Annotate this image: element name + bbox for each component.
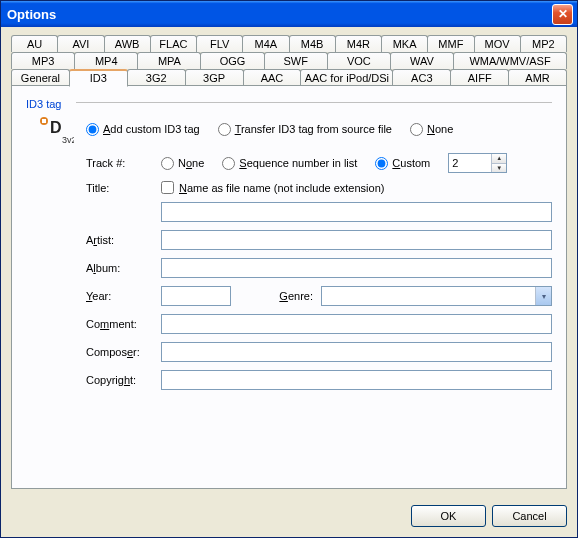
- composer-label: Composer:: [86, 346, 161, 358]
- radio-transfer-input[interactable]: [218, 123, 231, 136]
- svg-text:3v2: 3v2: [62, 135, 74, 145]
- radio-track-seq[interactable]: Sequence number in list: [222, 157, 357, 170]
- tab-ac3[interactable]: AC3: [392, 69, 451, 86]
- genre-select[interactable]: ▾: [321, 286, 552, 306]
- composer-input[interactable]: [161, 342, 552, 362]
- title-check-row: Title: Name as file name (not include ex…: [86, 181, 552, 194]
- title-filename-checkbox[interactable]: Name as file name (not include extension…: [161, 181, 384, 194]
- close-icon: ✕: [558, 7, 568, 21]
- title-label: Title:: [86, 182, 161, 194]
- tab-mp4[interactable]: MP4: [74, 52, 138, 69]
- tab-awb[interactable]: AWB: [104, 35, 151, 52]
- radio-track-custom-input[interactable]: [375, 157, 388, 170]
- tab-general[interactable]: General: [11, 69, 70, 86]
- genre-value: [322, 287, 535, 305]
- tab-aiff[interactable]: AIFF: [450, 69, 509, 86]
- radio-add-input[interactable]: [86, 123, 99, 136]
- tab-panel-id3: ID3 tag D 3v2 Ad: [11, 85, 567, 489]
- tab-m4r[interactable]: M4R: [335, 35, 382, 52]
- divider: [76, 102, 552, 103]
- tab-au[interactable]: AU: [11, 35, 58, 52]
- section-label: ID3 tag: [26, 98, 552, 110]
- tab-aac-for-ipod-dsi[interactable]: AAC for iPod/DSi: [300, 69, 393, 86]
- tab-mmf[interactable]: MMF: [427, 35, 474, 52]
- tab-3gp[interactable]: 3GP: [185, 69, 244, 86]
- radio-track-none[interactable]: None: [161, 157, 204, 170]
- titlebar: Options ✕: [1, 1, 577, 27]
- copyright-input[interactable]: [161, 370, 552, 390]
- album-input[interactable]: [161, 258, 552, 278]
- year-label: Year:: [86, 290, 161, 302]
- window-title: Options: [7, 7, 552, 22]
- comment-label: Comment:: [86, 318, 161, 330]
- tab-row-3: GeneralID33G23GPAACAAC for iPod/DSiAC3AI…: [11, 69, 567, 86]
- tab-mpa[interactable]: MPA: [137, 52, 201, 69]
- tab-avi[interactable]: AVI: [57, 35, 104, 52]
- radio-add-custom[interactable]: Add custom ID3 tag: [86, 123, 200, 136]
- tab-flac[interactable]: FLAC: [150, 35, 197, 52]
- comment-input[interactable]: [161, 314, 552, 334]
- composer-row: Composer:: [86, 342, 552, 362]
- svg-text:D: D: [50, 119, 62, 136]
- tab-aac[interactable]: AAC: [243, 69, 302, 86]
- mode-row: D 3v2 Add custom ID3 tag Transfer ID3 ta…: [26, 113, 552, 145]
- copyright-row: Copyright:: [86, 370, 552, 390]
- track-value-input[interactable]: [449, 154, 491, 172]
- radio-track-none-input[interactable]: [161, 157, 174, 170]
- id3-icon: D 3v2: [38, 113, 74, 145]
- tab-m4a[interactable]: M4A: [242, 35, 289, 52]
- album-label: Album:: [86, 262, 161, 274]
- artist-row: Artist:: [86, 230, 552, 250]
- genre-dropdown-button[interactable]: ▾: [535, 287, 551, 305]
- spinner-buttons: ▲ ▼: [491, 154, 506, 172]
- chevron-down-icon: ▾: [542, 292, 546, 301]
- artist-input[interactable]: [161, 230, 552, 250]
- tab-amr[interactable]: AMR: [508, 69, 567, 86]
- album-row: Album:: [86, 258, 552, 278]
- tab-3g2[interactable]: 3G2: [127, 69, 186, 86]
- cancel-button[interactable]: Cancel: [492, 505, 567, 527]
- tab-wma-wmv-asf[interactable]: WMA/WMV/ASF: [453, 52, 567, 69]
- genre-label: Genre:: [231, 290, 321, 302]
- spinner-down[interactable]: ▼: [491, 164, 506, 173]
- radio-transfer[interactable]: Transfer ID3 tag from source file: [218, 123, 392, 136]
- tab-flv[interactable]: FLV: [196, 35, 243, 52]
- tab-mov[interactable]: MOV: [474, 35, 521, 52]
- tab-row-2: MP3MP4MPAOGGSWFVOCWAVWMA/WMV/ASF: [11, 52, 567, 69]
- tab-mp2[interactable]: MP2: [520, 35, 567, 52]
- tab-mp3[interactable]: MP3: [11, 52, 75, 69]
- ok-button[interactable]: OK: [411, 505, 486, 527]
- spinner-up[interactable]: ▲: [491, 154, 506, 164]
- tab-mka[interactable]: MKA: [381, 35, 428, 52]
- title-filename-input[interactable]: [161, 181, 174, 194]
- close-button[interactable]: ✕: [552, 4, 573, 25]
- id3-icon-cell: D 3v2: [26, 113, 86, 145]
- tab-strip: AUAVIAWBFLACFLVM4AM4BM4RMKAMMFMOVMP2 MP3…: [11, 35, 567, 86]
- radio-track-seq-input[interactable]: [222, 157, 235, 170]
- tab-voc[interactable]: VOC: [327, 52, 391, 69]
- year-input[interactable]: [161, 286, 231, 306]
- mode-radio-group: Add custom ID3 tag Transfer ID3 tag from…: [86, 123, 453, 136]
- radio-track-custom[interactable]: Custom: [375, 157, 430, 170]
- artist-label: Artist:: [86, 234, 161, 246]
- options-dialog: Options ✕ AUAVIAWBFLACFLVM4AM4BM4RMKAMMF…: [0, 0, 578, 538]
- radio-none[interactable]: None: [410, 123, 453, 136]
- title-input[interactable]: [161, 202, 552, 222]
- comment-row: Comment:: [86, 314, 552, 334]
- track-row: Track #: None Sequence number in list Cu…: [86, 153, 552, 173]
- button-bar: OK Cancel: [1, 497, 577, 537]
- track-radio-group: None Sequence number in list Custom ▲: [161, 153, 507, 173]
- svg-rect-1: [42, 119, 46, 123]
- tab-ogg[interactable]: OGG: [200, 52, 264, 69]
- radio-none-input[interactable]: [410, 123, 423, 136]
- track-spinner[interactable]: ▲ ▼: [448, 153, 507, 173]
- copyright-label: Copyright:: [86, 374, 161, 386]
- tab-id3[interactable]: ID3: [69, 69, 128, 87]
- tab-m4b[interactable]: M4B: [289, 35, 336, 52]
- tab-wav[interactable]: WAV: [390, 52, 454, 69]
- title-input-row: [86, 202, 552, 222]
- year-genre-row: Year: Genre: ▾: [86, 286, 552, 306]
- tab-row-1: AUAVIAWBFLACFLVM4AM4BM4RMKAMMFMOVMP2: [11, 35, 567, 52]
- track-label: Track #:: [86, 157, 161, 169]
- tab-swf[interactable]: SWF: [264, 52, 328, 69]
